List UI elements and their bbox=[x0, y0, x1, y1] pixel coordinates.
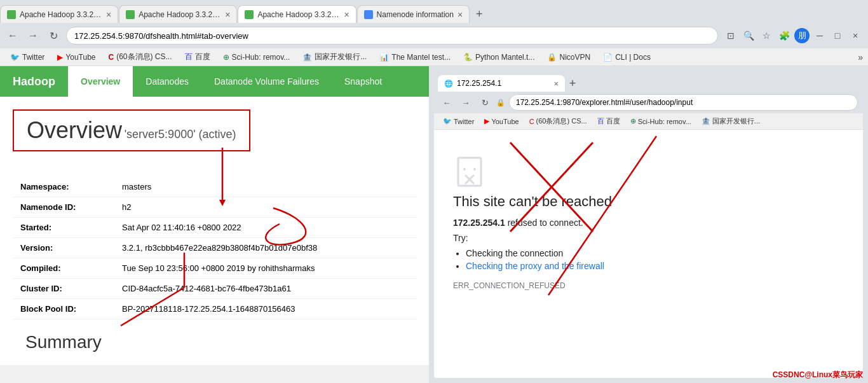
svg-point-8 bbox=[473, 168, 476, 171]
table-row: Started: Sat Apr 02 11:40:16 +0800 2022 bbox=[13, 218, 416, 238]
address-input[interactable] bbox=[66, 27, 718, 45]
nicovpn-favicon: 🔒 bbox=[547, 53, 557, 62]
bookmark-cli[interactable]: 📄 CLI | Docs bbox=[598, 52, 656, 63]
inner-tab-bar: 🌐 172.25.254.1 × + bbox=[434, 71, 863, 92]
hadoop-nav-snapshot[interactable]: Snapshot bbox=[332, 66, 395, 97]
new-tab-button[interactable]: + bbox=[470, 5, 488, 23]
label-namespace: Namespace: bbox=[13, 177, 114, 197]
svg-rect-4 bbox=[458, 158, 481, 186]
value-namenode-id: h2 bbox=[114, 197, 416, 218]
label-started: Started: bbox=[13, 218, 114, 238]
table-row: Version: 3.2.1, rb3cbbb467e22ea829b3808f… bbox=[13, 238, 416, 258]
inner-back-button[interactable]: ← bbox=[439, 95, 454, 110]
error-check-proxy-link[interactable]: Checking the proxy and the firewall bbox=[466, 261, 604, 271]
tab-1-close[interactable]: × bbox=[106, 10, 111, 20]
minimize-icon[interactable]: ─ bbox=[812, 28, 827, 43]
bookmark-nicovpn[interactable]: 🔒 NicoVPN bbox=[542, 52, 595, 63]
inner-scihub-favicon: ⊕ bbox=[630, 117, 636, 125]
baidu-favicon: 百 bbox=[185, 52, 193, 62]
reload-button[interactable]: ↻ bbox=[46, 28, 61, 43]
tab-2[interactable]: Apache Hadoop 3.3.2 – H... × bbox=[119, 5, 237, 23]
inner-bookmark-cs[interactable]: C (60条消息) CS... bbox=[526, 115, 591, 127]
info-table: Namespace: masters Namenode ID: h2 Start… bbox=[13, 177, 416, 319]
bookmark-baidu[interactable]: 百 百度 bbox=[180, 50, 215, 64]
hadoop-panel: Hadoop Overview Datanodes Datanode Volum… bbox=[0, 66, 429, 365]
table-row: Namenode ID: h2 bbox=[13, 197, 416, 218]
inner-address-input[interactable] bbox=[509, 94, 858, 111]
bookmark-twitter[interactable]: 🐦 Twitter bbox=[5, 52, 50, 63]
tab-4-close[interactable]: × bbox=[458, 10, 463, 20]
overview-content: Overview 'server5:9000' (active) Namespa… bbox=[0, 97, 429, 365]
search-icon[interactable]: 🔍 bbox=[741, 28, 756, 43]
summary-title: Summary bbox=[13, 332, 416, 352]
inner-bookmarks-bar: 🐦 Twitter ▶ YouTube C (60条消息) CS... 百 百度… bbox=[434, 113, 863, 130]
value-version: 3.2.1, rb3cbbb467e22ea829b3808f4b7b01d07… bbox=[114, 238, 416, 258]
error-ip-bold: 172.25.254.1 bbox=[453, 218, 505, 228]
inner-new-tab-button[interactable]: + bbox=[565, 76, 580, 91]
address-bar-row: ← → ↻ ⊡ 🔍 ☆ 🧩 朋 ─ □ × bbox=[0, 23, 868, 48]
bookmark-scihub-label: Sci-Hub: remov... bbox=[232, 53, 290, 62]
tab-1-favicon bbox=[7, 10, 16, 19]
extension-icon[interactable]: 🧩 bbox=[776, 28, 792, 43]
value-compiled: Tue Sep 10 23:56:00 +0800 2019 by rohith… bbox=[114, 258, 416, 279]
bookmark-icon[interactable]: ☆ bbox=[759, 28, 774, 43]
hadoop-nav-volume-failures[interactable]: Datanode Volume Failures bbox=[201, 66, 332, 97]
bookmark-mantel-label: The Mantel test... bbox=[391, 53, 451, 62]
inner-bookmark-scihub[interactable]: ⊕ Sci-Hub: remov... bbox=[627, 116, 695, 127]
table-row: Cluster ID: CID-84acfc5a-7412-4681-bc76-… bbox=[13, 279, 416, 299]
bookmark-scihub[interactable]: ⊕ Sci-Hub: remov... bbox=[218, 52, 295, 63]
overview-title: Overview bbox=[27, 117, 122, 143]
forward-button[interactable]: → bbox=[25, 28, 41, 43]
table-row: Block Pool ID: BP-2027118118-172.25.254.… bbox=[13, 299, 416, 319]
inner-twitter-favicon: 🐦 bbox=[443, 117, 452, 125]
value-block-pool-id: BP-2027118118-172.25.254.1-1648870156463 bbox=[114, 299, 416, 319]
error-list: Checking the connection Checking the pro… bbox=[466, 248, 604, 274]
list-item: Checking the connection bbox=[466, 248, 604, 258]
inner-bookmark-baidu-label: 百度 bbox=[606, 116, 620, 126]
hadoop-nav-overview[interactable]: Overview bbox=[68, 66, 133, 97]
bookmark-cs-label: (60条消息) CS... bbox=[116, 52, 172, 62]
inner-baidu-favicon: 百 bbox=[597, 116, 604, 126]
twitter-favicon: 🐦 bbox=[10, 53, 20, 62]
inner-bookmark-cs-label: (60条消息) CS... bbox=[536, 116, 587, 126]
error-page-container: This site can't be reached 172.25.254.1 … bbox=[434, 130, 863, 378]
inner-tab-1[interactable]: 🌐 172.25.254.1 × bbox=[438, 75, 565, 92]
inner-bookmark-bank[interactable]: 🏦 国家开发银行... bbox=[698, 115, 764, 127]
more-bookmarks-icon[interactable]: » bbox=[858, 52, 863, 62]
close-icon[interactable]: × bbox=[848, 28, 863, 43]
error-ip-text: 172.25.254.1 refused to connect. bbox=[453, 218, 583, 228]
bookmark-bank[interactable]: 🏦 国家开发银行... bbox=[297, 50, 372, 64]
value-started: Sat Apr 02 11:40:16 +0800 2022 bbox=[114, 218, 416, 238]
inner-bookmark-twitter-label: Twitter bbox=[454, 118, 474, 125]
back-button[interactable]: ← bbox=[5, 28, 20, 43]
tab-1[interactable]: Apache Hadoop 3.3.2 – H... × bbox=[0, 5, 118, 23]
bookmark-python[interactable]: 🐍 Python Mantel.t... bbox=[458, 52, 539, 63]
inner-tab-close[interactable]: × bbox=[553, 79, 559, 88]
browser-frame: Apache Hadoop 3.3.2 – H... × Apache Hado… bbox=[0, 0, 868, 66]
tab-2-close[interactable]: × bbox=[225, 10, 230, 20]
error-icon bbox=[453, 155, 491, 193]
label-version: Version: bbox=[13, 238, 114, 258]
bookmark-mantel[interactable]: 📊 The Mantel test... bbox=[374, 52, 456, 63]
maximize-icon[interactable]: □ bbox=[830, 28, 845, 43]
inner-bookmark-twitter[interactable]: 🐦 Twitter bbox=[439, 116, 478, 127]
overview-title-container: Overview 'server5:9000' (active) bbox=[13, 109, 250, 164]
inner-forward-button[interactable]: → bbox=[458, 95, 473, 110]
inner-address-row: ← → ↻ 🔒 bbox=[434, 92, 863, 113]
python-favicon: 🐍 bbox=[463, 53, 473, 62]
bookmark-cs[interactable]: C (60条消息) CS... bbox=[104, 50, 177, 64]
error-content: This site can't be reached 172.25.254.1 … bbox=[434, 130, 863, 316]
profile-icon[interactable]: 朋 bbox=[794, 28, 810, 43]
inner-bookmark-baidu[interactable]: 百 百度 bbox=[593, 115, 624, 127]
bookmark-youtube[interactable]: ▶ YouTube bbox=[52, 52, 100, 63]
cast-icon[interactable]: ⊡ bbox=[723, 28, 738, 43]
tab-2-favicon bbox=[126, 10, 135, 19]
inner-bookmark-youtube[interactable]: ▶ YouTube bbox=[480, 116, 522, 127]
tab-3-close[interactable]: × bbox=[344, 10, 349, 20]
tab-4[interactable]: Namenode information × bbox=[357, 5, 470, 23]
overview-subtitle: 'server5:9000' (active) bbox=[125, 128, 236, 141]
tab-3[interactable]: Apache Hadoop 3.3.2 – H... × bbox=[238, 5, 356, 23]
inner-reload-button[interactable]: ↻ bbox=[477, 95, 492, 110]
value-namespace: masters bbox=[114, 177, 416, 197]
hadoop-nav-datanodes[interactable]: Datanodes bbox=[133, 66, 201, 97]
